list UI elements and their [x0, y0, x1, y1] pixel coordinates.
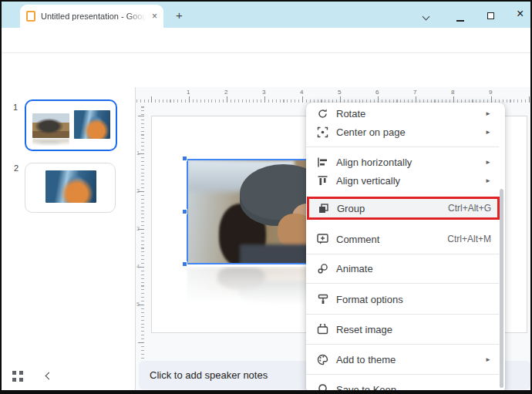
- slide-2-number: 2: [14, 163, 19, 173]
- align-horizontally-icon: [316, 156, 329, 169]
- menu-item-align-horizontally[interactable]: Align horizontally ►: [306, 153, 499, 171]
- menu-divider: [306, 344, 499, 345]
- google-slides-window: Untitled presentation - Google S × + × ←…: [0, 0, 532, 394]
- screenshot-border: [0, 390, 532, 394]
- submenu-arrow-icon: ►: [485, 356, 491, 363]
- animate-icon: [316, 262, 329, 275]
- comment-icon: [316, 233, 329, 246]
- menu-item-center-on-page[interactable]: Center on page ►: [306, 123, 499, 141]
- slide-2-thumbnail[interactable]: [25, 163, 116, 213]
- ruler-number: 5: [136, 301, 140, 307]
- vertical-ruler: 1 2 3 4 5: [136, 105, 146, 359]
- selection-handle-bottom-left[interactable]: [182, 261, 187, 267]
- menu-item-label: Rotate: [336, 108, 365, 120]
- ruler-number: 5: [338, 89, 341, 96]
- tab-search-chevron-icon[interactable]: [423, 10, 429, 22]
- thumbnail-reflection: [32, 139, 69, 148]
- submenu-arrow-icon: ►: [485, 129, 491, 136]
- chevron-down-icon: [423, 13, 430, 21]
- menu-item-label: Align vertically: [336, 175, 400, 187]
- align-vertically-icon: [316, 174, 329, 187]
- submenu-arrow-icon: ►: [485, 177, 491, 184]
- group-icon: [317, 202, 330, 215]
- menu-item-add-to-theme[interactable]: Add to theme ►: [306, 350, 499, 369]
- menu-divider: [306, 146, 499, 147]
- menu-divider: [306, 283, 499, 284]
- browser-url-row: ← → docs.google.com/presentation/d/1vwxy…: [0, 28, 532, 53]
- menu-item-label: Center on page: [336, 126, 406, 138]
- menu-item-label: Add to theme: [336, 354, 396, 365]
- selection-handle-top-left[interactable]: [182, 156, 187, 161]
- tab-close-icon[interactable]: ×: [152, 11, 157, 22]
- new-tab-button[interactable]: +: [176, 8, 183, 22]
- minimize-button[interactable]: [456, 12, 464, 24]
- photo-shape: [217, 267, 265, 290]
- slide-1-thumbnail-selected[interactable]: [25, 99, 117, 151]
- tab-title: Untitled presentation - Google S: [41, 12, 146, 21]
- ruler-number: 4: [136, 264, 140, 269]
- format-options-icon: [316, 293, 329, 306]
- add-to-theme-icon: [316, 353, 329, 366]
- menu-item-reset-image[interactable]: Reset image: [306, 320, 499, 338]
- grid-view-icon[interactable]: [12, 371, 23, 382]
- ruler-ticks: [136, 96, 532, 103]
- ruler-number: 7: [413, 89, 416, 96]
- submenu-arrow-icon: ►: [485, 159, 491, 166]
- slide-1-number: 1: [13, 103, 18, 112]
- menu-item-label: Animate: [336, 263, 373, 274]
- ruler-number: 3: [136, 226, 140, 231]
- ruler-number: 9: [489, 89, 492, 96]
- menu-divider: [306, 314, 499, 315]
- ruler-number: 3: [262, 89, 265, 96]
- menu-divider: [306, 254, 499, 254]
- menu-item-shortcut: Ctrl+Alt+G: [448, 203, 491, 214]
- thumbnail-photo-waterfall: [45, 170, 96, 203]
- reset-image-icon: [316, 323, 329, 336]
- menu-divider: [306, 374, 499, 375]
- thumbnail-photo-camera: [32, 113, 69, 138]
- screenshot-border: [0, 0, 532, 2]
- menu-item-rotate[interactable]: Rotate ►: [306, 104, 499, 123]
- browser-tab[interactable]: Untitled presentation - Google S ×: [20, 5, 163, 28]
- ruler-number: 2: [136, 188, 140, 194]
- ruler-number: 2: [224, 89, 227, 96]
- speaker-notes-placeholder: Click to add speaker notes: [150, 369, 268, 381]
- menu-item-group-highlighted[interactable]: Group Ctrl+Alt+G: [307, 197, 500, 220]
- ruler-number: 6: [375, 89, 379, 96]
- window-close-button[interactable]: ×: [517, 7, 524, 21]
- menu-item-align-vertically[interactable]: Align vertically ►: [306, 171, 499, 190]
- context-menu: Rotate ► Center on page ► Align horizont…: [306, 103, 505, 394]
- browser-title-bar: Untitled presentation - Google S × + ×: [0, 0, 532, 28]
- menu-item-label: Group: [337, 203, 365, 214]
- selection-handle-mid-left[interactable]: [182, 209, 187, 214]
- ruler-number: 4: [300, 89, 303, 96]
- ruler-ticks: [138, 105, 144, 359]
- menu-item-animate[interactable]: Animate: [306, 259, 499, 278]
- minimize-icon: [456, 20, 464, 22]
- menu-item-label: Format options: [336, 294, 403, 305]
- menu-item-format-options[interactable]: Format options: [306, 290, 499, 308]
- google-slides-favicon: [26, 11, 35, 22]
- maximize-icon: [487, 12, 494, 19]
- thumbnail-photo-waterfall: [74, 110, 110, 139]
- menu-item-shortcut: Ctrl+Alt+M: [447, 234, 491, 244]
- menu-item-label: Align horizontally: [336, 157, 412, 168]
- ruler-number: 1: [136, 150, 140, 156]
- screenshot-border: [0, 0, 2, 394]
- center-on-page-icon: [316, 126, 329, 139]
- ruler-number: 8: [451, 89, 454, 96]
- ruler-number: 1: [187, 89, 190, 96]
- slides-toolbar-row: + ▾ ↶ ↷ ▾: [0, 53, 532, 87]
- menu-scrollbar-thumb[interactable]: [500, 189, 503, 388]
- rotate-icon: [316, 107, 329, 120]
- maximize-button[interactable]: [487, 10, 494, 22]
- menu-item-comment[interactable]: Comment Ctrl+Alt+M: [306, 230, 499, 248]
- menu-item-label: Comment: [336, 234, 379, 245]
- menu-item-label: Reset image: [336, 324, 392, 335]
- submenu-arrow-icon: ►: [485, 110, 491, 117]
